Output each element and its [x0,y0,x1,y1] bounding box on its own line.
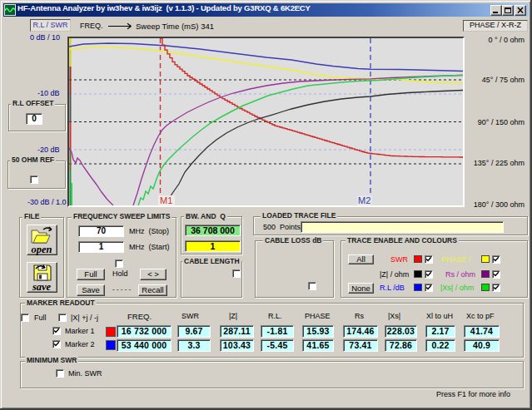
svg-text:M2: M2 [358,195,370,205]
svg-text:M1: M1 [160,195,172,205]
